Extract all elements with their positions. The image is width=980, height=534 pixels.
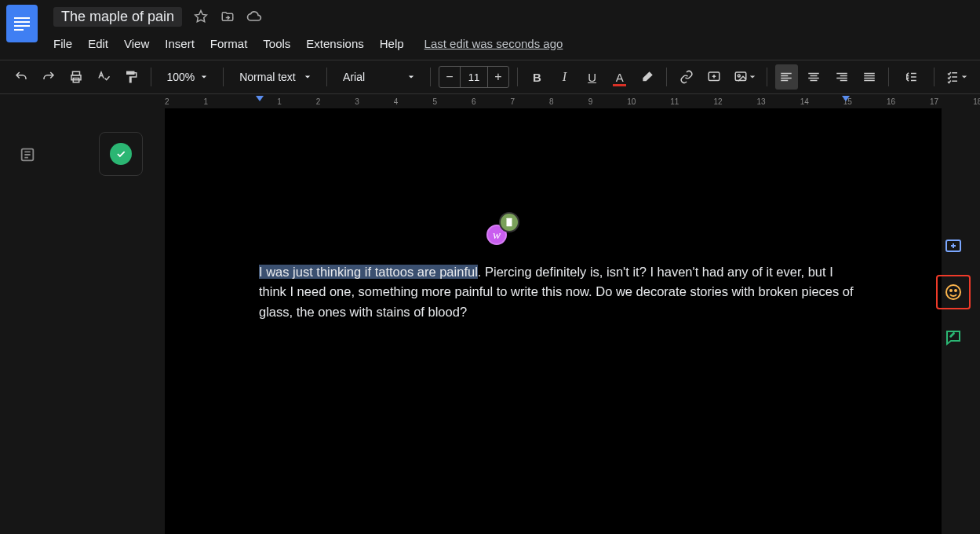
paragraph-style-dropdown[interactable]: Normal text bbox=[231, 71, 319, 83]
spellcheck-button[interactable] bbox=[92, 64, 115, 90]
cloud-status-icon[interactable] bbox=[246, 9, 262, 24]
align-right-button[interactable] bbox=[830, 64, 853, 90]
selected-text: I was just thinking if tattoos are painf… bbox=[259, 265, 478, 279]
menu-extensions[interactable]: Extensions bbox=[306, 37, 363, 50]
bold-button[interactable]: B bbox=[526, 64, 548, 90]
svg-rect-8 bbox=[507, 218, 512, 227]
right-rail bbox=[936, 231, 971, 353]
docs-logo-icon[interactable] bbox=[6, 5, 38, 42]
move-icon[interactable] bbox=[220, 9, 235, 24]
underline-button[interactable]: U bbox=[581, 64, 603, 90]
indent-marker-icon[interactable] bbox=[256, 96, 264, 101]
right-margin-marker-icon[interactable] bbox=[842, 96, 850, 101]
checklist-button[interactable] bbox=[942, 64, 970, 90]
document-body-text[interactable]: I was just thinking if tattoos are painf… bbox=[259, 262, 855, 322]
menu-format[interactable]: Format bbox=[210, 37, 248, 50]
titlebar: The maple of pain File Edit View Insert … bbox=[0, 0, 980, 60]
menu-view[interactable]: View bbox=[124, 37, 149, 50]
italic-button[interactable]: I bbox=[553, 64, 576, 90]
emoji-reaction-button[interactable] bbox=[936, 275, 971, 309]
font-dropdown[interactable]: Arial bbox=[335, 71, 422, 83]
collaborator-avatar-2[interactable] bbox=[499, 212, 519, 232]
star-icon[interactable] bbox=[193, 9, 209, 24]
collaborator-cursors: w bbox=[486, 225, 507, 245]
menu-edit[interactable]: Edit bbox=[88, 37, 108, 50]
align-center-button[interactable] bbox=[803, 64, 825, 90]
check-icon bbox=[110, 143, 132, 165]
document-title[interactable]: The maple of pain bbox=[53, 7, 182, 27]
line-spacing-button[interactable] bbox=[897, 64, 925, 90]
add-comment-button[interactable] bbox=[702, 64, 725, 90]
svg-point-12 bbox=[955, 290, 956, 291]
suggest-edits-button[interactable] bbox=[938, 322, 969, 353]
font-size-decrease[interactable]: − bbox=[439, 70, 460, 84]
menu-help[interactable]: Help bbox=[380, 37, 404, 50]
add-comment-rail-button[interactable] bbox=[938, 231, 969, 262]
font-size-value[interactable]: 11 bbox=[460, 67, 488, 87]
ruler[interactable]: 21123456789101112131415161718 bbox=[0, 94, 980, 108]
menu-tools[interactable]: Tools bbox=[263, 37, 290, 50]
print-button[interactable] bbox=[64, 64, 87, 90]
menu-bar: File Edit View Insert Format Tools Exten… bbox=[53, 28, 563, 57]
svg-marker-0 bbox=[195, 11, 207, 22]
align-left-button[interactable] bbox=[775, 64, 798, 90]
svg-point-6 bbox=[738, 75, 740, 77]
svg-point-11 bbox=[950, 290, 952, 291]
zoom-dropdown[interactable]: 100% bbox=[158, 71, 215, 83]
ruler-ticks: 21123456789101112131415161718 bbox=[165, 97, 980, 106]
font-size-increase[interactable]: + bbox=[488, 70, 508, 84]
document-page[interactable]: w I was just thinking if tattoos are pai… bbox=[165, 108, 942, 534]
align-justify-button[interactable] bbox=[858, 64, 880, 90]
text-color-button[interactable]: A bbox=[608, 64, 631, 90]
insert-link-button[interactable] bbox=[675, 64, 698, 90]
toolbar: 100% Normal text Arial − 11 + B I U A bbox=[0, 60, 980, 94]
font-size-control: − 11 + bbox=[439, 66, 509, 88]
paint-format-button[interactable] bbox=[119, 64, 142, 90]
redo-button[interactable] bbox=[37, 64, 60, 90]
menu-insert[interactable]: Insert bbox=[165, 37, 195, 50]
grammarly-badge[interactable] bbox=[99, 132, 143, 176]
last-edit-link[interactable]: Last edit was seconds ago bbox=[424, 37, 563, 50]
menu-file[interactable]: File bbox=[53, 37, 72, 50]
outline-icon[interactable] bbox=[19, 146, 36, 163]
main-area: w I was just thinking if tattoos are pai… bbox=[0, 108, 980, 534]
svg-point-10 bbox=[946, 285, 960, 299]
undo-button[interactable] bbox=[9, 64, 32, 90]
highlight-button[interactable] bbox=[636, 64, 658, 90]
insert-image-button[interactable] bbox=[730, 64, 759, 90]
